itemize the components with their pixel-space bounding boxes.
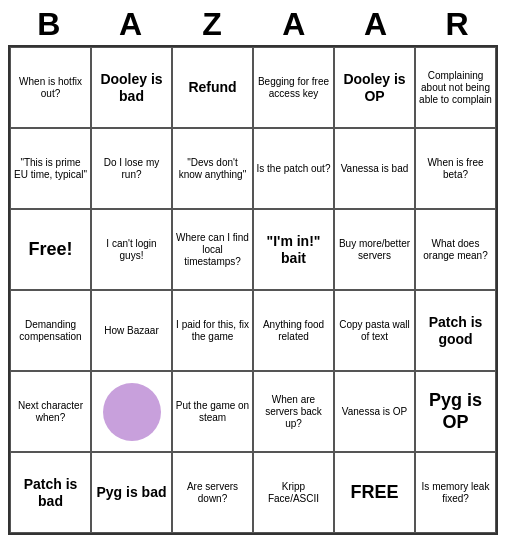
cell-6[interactable]: "This is prime EU time, typical": [10, 128, 91, 209]
cell-30[interactable]: Patch is bad: [10, 452, 91, 533]
bingo-grid: When is hotfix out?Dooley is badRefundBe…: [8, 45, 498, 535]
cell-27[interactable]: When are servers back up?: [253, 371, 334, 452]
cell-14[interactable]: Where can I find local timestamps?: [172, 209, 253, 290]
cell-2[interactable]: Refund: [172, 47, 253, 128]
cell-1[interactable]: Dooley is bad: [91, 47, 172, 128]
cell-20[interactable]: I paid for this, fix the game: [172, 290, 253, 371]
cell-17[interactable]: What does orange mean?: [415, 209, 496, 290]
cell-28[interactable]: Vanessa is OP: [334, 371, 415, 452]
title-letter-a3: A: [345, 6, 405, 43]
cell-19[interactable]: How Bazaar: [91, 290, 172, 371]
cell-29[interactable]: Pyg is OP: [415, 371, 496, 452]
cell-18[interactable]: Demanding compensation: [10, 290, 91, 371]
cell-33[interactable]: Kripp Face/ASCII: [253, 452, 334, 533]
title-letter-a1: A: [100, 6, 160, 43]
title-letter-r: R: [427, 6, 487, 43]
bingo-title: B A Z A A R: [8, 0, 498, 45]
cell-9[interactable]: Is the patch out?: [253, 128, 334, 209]
cell-26[interactable]: Put the game on steam: [172, 371, 253, 452]
cell-22[interactable]: Copy pasta wall of text: [334, 290, 415, 371]
cell-35[interactable]: Is memory leak fixed?: [415, 452, 496, 533]
cell-3[interactable]: Begging for free access key: [253, 47, 334, 128]
cell-23[interactable]: Patch is good: [415, 290, 496, 371]
cell-5[interactable]: Complaining about not being able to comp…: [415, 47, 496, 128]
cell-10[interactable]: Vanessa is bad: [334, 128, 415, 209]
cell-4[interactable]: Dooley is OP: [334, 47, 415, 128]
cell-34[interactable]: FREE: [334, 452, 415, 533]
title-letter-z: Z: [182, 6, 242, 43]
title-letter-b: B: [19, 6, 79, 43]
title-letter-a2: A: [264, 6, 324, 43]
cell-24[interactable]: Next character when?: [10, 371, 91, 452]
cell-12[interactable]: Free!: [10, 209, 91, 290]
cell-16[interactable]: Buy more/better servers: [334, 209, 415, 290]
cell-8[interactable]: "Devs don't know anything": [172, 128, 253, 209]
cell-13[interactable]: I can't login guys!: [91, 209, 172, 290]
cell-21[interactable]: Anything food related: [253, 290, 334, 371]
cell-31[interactable]: Pyg is bad: [91, 452, 172, 533]
cell-7[interactable]: Do I lose my run?: [91, 128, 172, 209]
cell-32[interactable]: Are servers down?: [172, 452, 253, 533]
cell-0[interactable]: When is hotfix out?: [10, 47, 91, 128]
cell-15[interactable]: "I'm in!" bait: [253, 209, 334, 290]
cell-25[interactable]: [91, 371, 172, 452]
cell-11[interactable]: When is free beta?: [415, 128, 496, 209]
